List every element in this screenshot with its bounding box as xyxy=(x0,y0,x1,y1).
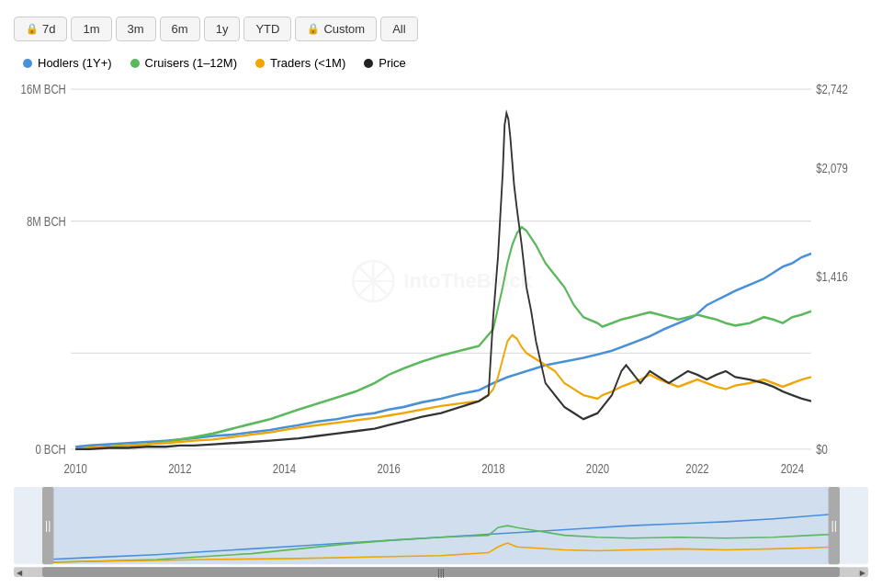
filter-3m[interactable]: 3m xyxy=(116,17,156,41)
legend-cruisers[interactable]: Cruisers (1–12M) xyxy=(130,56,237,70)
legend-dot-traders xyxy=(255,59,265,68)
lock-icon-7d: 🔒 xyxy=(26,23,39,35)
hodlers-line xyxy=(75,254,811,447)
svg-text:8M BCH: 8M BCH xyxy=(27,214,66,230)
svg-text:2020: 2020 xyxy=(586,461,609,477)
svg-text:2016: 2016 xyxy=(378,461,401,477)
svg-text:$2,742: $2,742 xyxy=(816,82,848,97)
filter-custom[interactable]: 🔒 Custom xyxy=(295,17,377,41)
svg-text:2024: 2024 xyxy=(781,461,804,477)
svg-text:2018: 2018 xyxy=(481,461,504,477)
filter-7d[interactable]: 🔒 7d xyxy=(14,17,67,41)
svg-text:2014: 2014 xyxy=(273,461,296,477)
svg-text:2012: 2012 xyxy=(168,461,191,477)
svg-text:◄: ◄ xyxy=(15,568,24,578)
legend-hodlers[interactable]: Hodlers (1Y+) xyxy=(23,56,112,70)
traders-line xyxy=(75,335,811,449)
svg-text:$1,416: $1,416 xyxy=(816,269,848,285)
svg-text:|||: ||| xyxy=(437,568,445,578)
filter-ytd[interactable]: YTD xyxy=(243,17,291,41)
svg-text:16M BCH: 16M BCH xyxy=(21,82,66,97)
filter-1m[interactable]: 1m xyxy=(71,17,111,41)
filter-1y[interactable]: 1y xyxy=(204,17,241,41)
chart-legend: Hodlers (1Y+) Cruisers (1–12M) Traders (… xyxy=(14,49,868,74)
navigator-area: || || 2010 2015 2020 ◄ ► ||| xyxy=(14,487,868,579)
time-filter-bar: 🔒 7d 1m 3m 6m 1y YTD 🔒 Custom All xyxy=(14,9,868,49)
svg-text:0 BCH: 0 BCH xyxy=(35,442,65,458)
lock-icon-custom: 🔒 xyxy=(307,23,320,35)
filter-6m[interactable]: 6m xyxy=(160,17,200,41)
legend-dot-cruisers xyxy=(130,59,140,68)
legend-dot-price xyxy=(364,59,373,68)
main-container: 🔒 7d 1m 3m 6m 1y YTD 🔒 Custom All Hodler… xyxy=(0,0,882,588)
navigator-svg: || || 2010 2015 2020 ◄ ► ||| xyxy=(14,487,868,579)
svg-text:||: || xyxy=(831,519,837,532)
svg-text:||: || xyxy=(45,519,51,532)
cruisers-line xyxy=(75,227,811,449)
main-chart-area: IntoTheBlock 16M BCH 8M BCH 0 BCH $2,742… xyxy=(14,77,868,485)
svg-text:►: ► xyxy=(858,568,867,578)
svg-rect-25 xyxy=(47,487,835,564)
svg-text:$2,079: $2,079 xyxy=(816,161,848,176)
legend-dot-hodlers xyxy=(23,59,32,68)
filter-all[interactable]: All xyxy=(380,17,417,41)
svg-text:2010: 2010 xyxy=(64,461,87,477)
svg-text:2022: 2022 xyxy=(685,461,708,477)
main-chart-svg: 16M BCH 8M BCH 0 BCH $2,742 $2,079 $1,41… xyxy=(14,77,868,485)
legend-traders[interactable]: Traders (<1M) xyxy=(255,56,345,70)
legend-price[interactable]: Price xyxy=(364,56,406,70)
svg-text:$0: $0 xyxy=(816,442,828,458)
